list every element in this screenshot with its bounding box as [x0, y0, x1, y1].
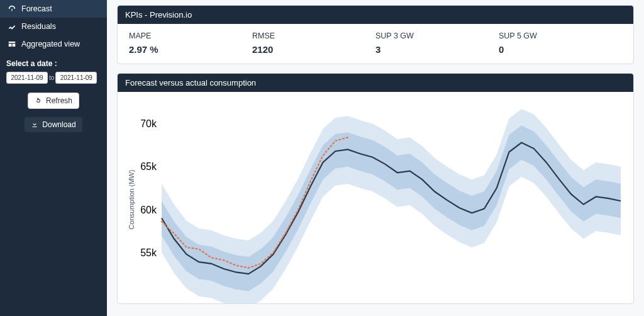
- kpi-row: MAPE2.97 %RMSE2120SUP 3 GW3SUP 5 GW0: [118, 24, 633, 64]
- nav-item-aggregated-view[interactable]: Aggregated view: [0, 35, 107, 53]
- nav-label: Residuals: [21, 22, 56, 31]
- main-content: KPIs - Prevision.io MAPE2.97 %RMSE2120SU…: [107, 0, 644, 316]
- kpi-panel-title: KPIs - Prevision.io: [118, 6, 633, 24]
- refresh-icon: [35, 97, 42, 104]
- nav-label: Aggregated view: [21, 40, 80, 48]
- forecast-chart: 55k60k65k70kConsumption (MW): [123, 96, 628, 303]
- ytick-label: 65k: [140, 161, 157, 172]
- chart-panel: Forecast versus actual consumption 55k60…: [117, 73, 634, 304]
- kpi-label: MAPE: [129, 31, 252, 40]
- download-label: Download: [42, 120, 75, 129]
- kpi-value: 2120: [252, 44, 375, 55]
- kpi-rmse: RMSE2120: [252, 31, 375, 55]
- date-section: Select a date : to Refresh Download: [0, 53, 107, 139]
- date-from-input[interactable]: [6, 72, 48, 84]
- dashboard-icon: [8, 4, 16, 13]
- y-axis-label: Consumption (MW): [128, 170, 135, 230]
- kpi-value: 2.97 %: [129, 44, 252, 55]
- kpi-sup-3-gw: SUP 3 GW3: [375, 31, 499, 55]
- table-icon: [8, 40, 16, 48]
- date-inputs: to: [6, 72, 101, 84]
- nav-item-forecast[interactable]: Forecast: [0, 0, 107, 18]
- download-button[interactable]: Download: [24, 116, 82, 133]
- date-to-word: to: [49, 74, 54, 81]
- kpi-value: 3: [375, 44, 499, 55]
- kpi-label: SUP 3 GW: [375, 31, 499, 40]
- kpi-label: RMSE: [252, 31, 375, 40]
- kpi-panel: KPIs - Prevision.io MAPE2.97 %RMSE2120SU…: [117, 5, 634, 64]
- ytick-label: 60k: [140, 205, 157, 215]
- nav-list: ForecastResidualsAggregated view: [0, 0, 107, 53]
- kpi-value: 0: [499, 44, 622, 55]
- chart-panel-title: Forecast versus actual consumption: [118, 74, 633, 92]
- kpi-mape: MAPE2.97 %: [129, 31, 252, 55]
- download-icon: [31, 121, 38, 128]
- sidebar: ForecastResidualsAggregated view Select …: [0, 0, 107, 316]
- nav-item-residuals[interactable]: Residuals: [0, 18, 107, 35]
- date-label: Select a date :: [6, 59, 101, 68]
- kpi-label: SUP 5 GW: [499, 31, 622, 40]
- ytick-label: 55k: [140, 247, 157, 258]
- date-to-input[interactable]: [55, 72, 97, 84]
- kpi-sup-5-gw: SUP 5 GW0: [499, 31, 622, 55]
- refresh-button[interactable]: Refresh: [28, 93, 79, 109]
- nav-label: Forecast: [21, 4, 52, 13]
- residuals-icon: [8, 22, 16, 31]
- ytick-label: 70k: [140, 118, 157, 129]
- refresh-label: Refresh: [46, 96, 72, 105]
